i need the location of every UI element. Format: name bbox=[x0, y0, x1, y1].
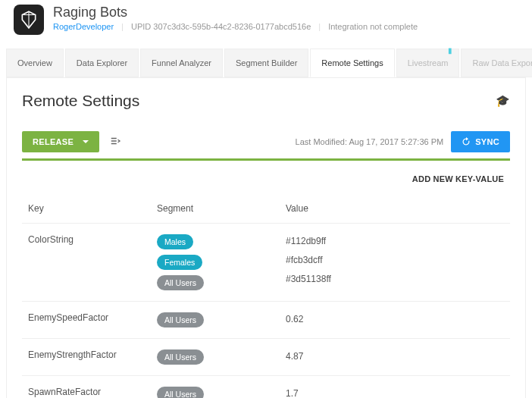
app-header: Raging Bots RogerDeveloper | UPID 307c3d… bbox=[0, 0, 532, 35]
column-header-value: Value bbox=[286, 203, 504, 214]
tab-data-explorer[interactable]: Data Explorer bbox=[65, 49, 139, 77]
page-content: Remote Settings 🎓 RELEASE Last Modified:… bbox=[6, 77, 526, 398]
column-header-key: Key bbox=[28, 203, 157, 214]
release-button[interactable]: RELEASE bbox=[22, 131, 99, 152]
setting-value: #3d51138ff bbox=[286, 274, 504, 284]
segment-cell: All Users bbox=[157, 349, 286, 365]
column-header-segment: Segment bbox=[157, 203, 286, 214]
graduation-cap-icon[interactable]: 🎓 bbox=[496, 94, 510, 108]
segment-tag[interactable]: All Users bbox=[157, 349, 204, 365]
segment-cell: All Users bbox=[157, 312, 286, 327]
segment-tag[interactable]: All Users bbox=[157, 312, 204, 327]
setting-value: 4.87 bbox=[286, 351, 504, 362]
value-cell: 4.87 bbox=[286, 349, 504, 362]
last-modified-text: Last Modified: Aug 17, 2017 5:27:36 PM bbox=[296, 137, 444, 146]
table-row[interactable]: EnemySpeedFactorAll Users0.62 bbox=[22, 302, 510, 339]
integration-status: Integration not complete bbox=[328, 22, 418, 31]
setting-key: SpawnRateFactor bbox=[28, 387, 157, 397]
developer-link[interactable]: RogerDeveloper bbox=[53, 22, 114, 31]
setting-key: EnemySpeedFactor bbox=[28, 312, 157, 323]
table-row[interactable]: ColorStringMalesFemalesAll Users#112db9f… bbox=[22, 224, 510, 302]
tab-raw-data-export[interactable]: ▮ Raw Data Export bbox=[461, 49, 532, 77]
sync-icon bbox=[462, 137, 471, 146]
add-new-key-value-button[interactable]: ADD NEW KEY-VALUE bbox=[22, 161, 510, 194]
setting-value: 1.7 bbox=[286, 388, 504, 398]
setting-key: ColorString bbox=[28, 234, 157, 245]
setting-value: 0.62 bbox=[286, 314, 504, 324]
segment-cell: MalesFemalesAll Users bbox=[157, 234, 286, 290]
table-row[interactable]: SpawnRateFactorAll Users1.7 bbox=[22, 376, 510, 398]
segment-cell: All Users bbox=[157, 387, 286, 398]
setting-value: #fcb3dcff bbox=[286, 255, 504, 265]
segment-tag[interactable]: Females bbox=[157, 255, 202, 270]
page-title: Remote Settings bbox=[22, 92, 139, 110]
app-title: Raging Bots bbox=[53, 5, 418, 20]
segment-tag[interactable]: All Users bbox=[157, 387, 204, 398]
setting-value: #112db9ff bbox=[286, 236, 504, 246]
upid-text: UPID 307c3d3c-595b-44c2-8236-0177abcd516… bbox=[131, 22, 311, 31]
app-logo-icon bbox=[14, 5, 44, 35]
tab-overview[interactable]: Overview bbox=[6, 49, 64, 77]
segment-tag[interactable]: Males bbox=[157, 234, 193, 249]
table-row[interactable]: EnemyStrengthFactorAll Users4.87 bbox=[22, 339, 510, 376]
value-cell: 1.7 bbox=[286, 387, 504, 398]
tab-remote-settings[interactable]: Remote Settings bbox=[310, 49, 394, 77]
value-cell: 0.62 bbox=[286, 312, 504, 324]
nav-tabs: Overview Data Explorer Funnel Analyzer S… bbox=[6, 49, 526, 77]
sync-button[interactable]: SYNC bbox=[451, 131, 510, 152]
value-cell: #112db9ff#fcb3dcff#3d51138ff bbox=[286, 234, 504, 284]
settings-table: ADD NEW KEY-VALUE Key Segment Value Colo… bbox=[22, 158, 510, 398]
segment-tag[interactable]: All Users bbox=[157, 275, 204, 290]
list-settings-icon[interactable] bbox=[110, 136, 120, 149]
setting-key: EnemyStrengthFactor bbox=[28, 349, 157, 360]
tab-segment-builder[interactable]: Segment Builder bbox=[224, 49, 308, 77]
tab-funnel-analyzer[interactable]: Funnel Analyzer bbox=[140, 49, 223, 77]
bookmark-icon: ▮ bbox=[448, 46, 452, 55]
tab-livestream[interactable]: ▮ Livestream bbox=[396, 49, 460, 77]
